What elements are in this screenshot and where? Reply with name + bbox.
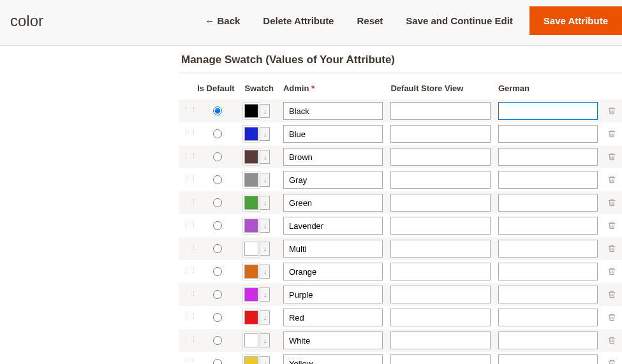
admin-value-input[interactable] (283, 171, 383, 189)
admin-value-input[interactable] (283, 309, 383, 326)
admin-value-input[interactable] (283, 102, 383, 120)
swatch-dropdown-icon[interactable] (260, 288, 270, 302)
german-input[interactable] (498, 217, 598, 235)
is-default-radio[interactable] (213, 129, 222, 138)
default-store-input[interactable] (390, 102, 490, 120)
default-store-input[interactable] (390, 194, 490, 212)
drag-handle-icon[interactable] (182, 246, 189, 256)
swatch-color-chip[interactable] (244, 127, 258, 141)
default-store-input[interactable] (390, 148, 490, 166)
admin-value-input[interactable] (283, 263, 383, 280)
delete-row-icon[interactable] (606, 288, 618, 302)
delete-row-icon[interactable] (606, 265, 618, 279)
drag-handle-icon[interactable] (182, 108, 189, 119)
german-input[interactable] (498, 331, 598, 349)
admin-value-input[interactable] (283, 286, 383, 303)
admin-value-input[interactable] (283, 148, 383, 166)
swatch-dropdown-icon[interactable] (260, 196, 270, 210)
drag-handle-icon[interactable] (182, 361, 189, 365)
swatch-color-chip[interactable] (244, 265, 258, 279)
delete-row-icon[interactable] (606, 173, 618, 187)
is-default-radio[interactable] (213, 336, 222, 345)
is-default-radio[interactable] (213, 290, 222, 299)
admin-value-input[interactable] (283, 240, 383, 258)
default-store-input[interactable] (390, 217, 490, 235)
swatch-dropdown-icon[interactable] (260, 310, 270, 324)
swatch-dropdown-icon[interactable] (260, 356, 270, 364)
default-store-input[interactable] (390, 240, 490, 258)
swatch-color-chip[interactable] (244, 150, 258, 164)
drag-handle-icon[interactable] (182, 177, 189, 187)
is-default-radio[interactable] (213, 359, 222, 364)
swatch-dropdown-icon[interactable] (260, 333, 270, 347)
delete-row-icon[interactable] (606, 127, 618, 141)
drag-handle-icon[interactable] (182, 154, 189, 164)
default-store-input[interactable] (390, 125, 490, 143)
german-input[interactable] (498, 148, 598, 166)
german-input[interactable] (498, 194, 598, 212)
is-default-radio[interactable] (213, 313, 222, 322)
delete-row-icon[interactable] (606, 242, 618, 256)
is-default-radio[interactable] (213, 267, 222, 276)
swatch-dropdown-icon[interactable] (260, 173, 270, 187)
delete-row-icon[interactable] (606, 356, 618, 364)
drag-handle-icon[interactable] (182, 269, 189, 279)
drag-handle-icon[interactable] (182, 131, 189, 142)
reset-button[interactable]: Reset (345, 8, 394, 34)
is-default-radio[interactable] (213, 175, 222, 184)
german-input[interactable] (498, 286, 598, 303)
admin-value-input[interactable] (283, 194, 383, 212)
german-input[interactable] (498, 309, 598, 326)
back-button[interactable]: Back (193, 8, 251, 34)
drag-handle-icon[interactable] (182, 223, 189, 233)
drag-handle-icon[interactable] (182, 200, 189, 210)
swatch-color-chip[interactable] (244, 196, 258, 210)
save-attribute-button[interactable]: Save Attribute (529, 6, 622, 35)
default-store-input[interactable] (390, 263, 490, 280)
admin-value-input[interactable] (283, 125, 383, 143)
swatch-dropdown-icon[interactable] (260, 127, 270, 141)
swatch-dropdown-icon[interactable] (260, 265, 270, 279)
admin-value-input[interactable] (283, 217, 383, 235)
delete-attribute-button[interactable]: Delete Attribute (251, 8, 345, 34)
swatch-dropdown-icon[interactable] (260, 242, 270, 256)
admin-value-input[interactable] (283, 354, 383, 364)
german-input[interactable] (498, 171, 598, 189)
swatch-color-chip[interactable] (244, 104, 258, 118)
is-default-radio[interactable] (213, 106, 222, 115)
delete-row-icon[interactable] (606, 150, 618, 164)
is-default-radio[interactable] (213, 152, 222, 161)
save-continue-button[interactable]: Save and Continue Edit (394, 8, 524, 34)
swatch-color-chip[interactable] (244, 356, 258, 364)
default-store-input[interactable] (390, 286, 490, 303)
german-input[interactable] (498, 263, 598, 280)
swatch-color-chip[interactable] (244, 219, 258, 233)
delete-row-icon[interactable] (606, 333, 618, 347)
delete-row-icon[interactable] (606, 219, 618, 233)
swatch-color-chip[interactable] (244, 288, 258, 302)
swatch-color-chip[interactable] (244, 173, 258, 187)
drag-handle-icon[interactable] (182, 315, 189, 325)
default-store-input[interactable] (390, 309, 490, 326)
german-input[interactable] (498, 354, 598, 364)
default-store-input[interactable] (390, 331, 490, 349)
default-store-input[interactable] (390, 171, 490, 189)
swatch-color-chip[interactable] (244, 310, 258, 324)
german-input[interactable] (498, 240, 598, 258)
swatch-color-chip[interactable] (244, 242, 258, 256)
is-default-radio[interactable] (213, 198, 222, 207)
drag-handle-icon[interactable] (182, 292, 189, 302)
delete-row-icon[interactable] (606, 196, 618, 210)
german-input[interactable] (498, 102, 598, 120)
german-input[interactable] (498, 125, 598, 143)
swatch-dropdown-icon[interactable] (260, 104, 270, 118)
swatch-dropdown-icon[interactable] (260, 150, 270, 164)
is-default-radio[interactable] (213, 221, 222, 230)
swatch-color-chip[interactable] (244, 333, 258, 347)
delete-row-icon[interactable] (606, 104, 618, 118)
drag-handle-icon[interactable] (182, 338, 189, 348)
swatch-dropdown-icon[interactable] (260, 219, 270, 233)
admin-value-input[interactable] (283, 331, 383, 349)
default-store-input[interactable] (390, 354, 490, 364)
delete-row-icon[interactable] (606, 310, 618, 324)
